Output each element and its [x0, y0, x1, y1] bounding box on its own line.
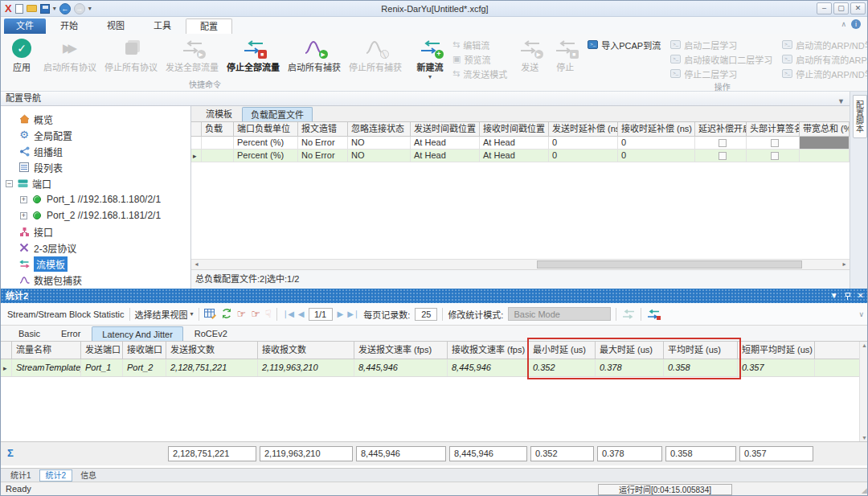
collapse-expander-icon[interactable]: − — [6, 180, 13, 187]
statistics-panel: 统计2 ▼ ✕ Stream/Stream Block Statistic 选择… — [1, 289, 868, 468]
import-pcap-button[interactable]: >_ 导入PCAP到流 — [588, 38, 661, 51]
config-status-line: 总负载配置文件:2|选中:1/2 — [191, 269, 850, 289]
select-result-view-button[interactable]: 选择结果视图▾ — [135, 308, 194, 321]
edit-view-icon[interactable] — [204, 308, 216, 321]
tree-item-ports[interactable]: − 端口 — [1, 175, 190, 191]
start-rx-port-l2-learning-button[interactable]: >_ 启动接收端口二层学习 — [670, 52, 772, 66]
config-tab-stream-template[interactable]: 流模板 — [198, 107, 240, 121]
start-all-protocols-button[interactable]: ▶▶ 启动所有协议 — [39, 35, 100, 75]
ribbon-tab-row: 文件 开始 视图 工具 配置 — [1, 17, 868, 34]
latency-comp-checkbox[interactable] — [719, 152, 727, 160]
vertical-scrollbar[interactable]: ▲ ▼ — [859, 342, 868, 441]
tree-item-global-config[interactable]: ⚙ 全局配置 — [1, 127, 190, 143]
prev-page-icon[interactable]: ◀ — [298, 309, 304, 318]
start-stream-arp-nd-button[interactable]: >_ 启动流的ARP/ND学习 — [782, 38, 868, 51]
panel-dropdown-icon[interactable]: ▼ — [830, 289, 838, 303]
scrollbar-thumb[interactable] — [537, 260, 802, 268]
stats-panel-title: 统计2 — [6, 291, 28, 301]
stats-tab-basic[interactable]: Basic — [9, 326, 50, 341]
stream-send-mode-button[interactable]: ⇆ 流发送模式 — [452, 67, 507, 80]
scroll-right-icon[interactable]: ▸ — [839, 260, 850, 269]
expand-expander-icon[interactable]: + — [20, 212, 27, 219]
refresh-icon[interactable] — [221, 308, 232, 321]
tab-config[interactable]: 配置 — [186, 18, 232, 34]
nav-panel-title: 配置导航 — [6, 93, 41, 103]
header-signature-checkbox[interactable] — [771, 139, 779, 147]
pin-icon[interactable] — [845, 293, 850, 300]
stop-stream-arp-nd-button[interactable]: >_ 停止流的ARP/ND学习 — [782, 67, 868, 80]
stop-l2-learning-button[interactable]: >_ 停止二层学习 — [670, 67, 772, 80]
stream-filter-icon[interactable] — [646, 309, 661, 320]
summary-avg-latency: 0.358 — [665, 446, 736, 461]
resize-grip-icon[interactable]: ◢ — [862, 486, 867, 494]
stats-tab-rocev2[interactable]: RoCEv2 — [185, 326, 237, 341]
help-icon[interactable]: i — [851, 19, 861, 29]
expand-expander-icon[interactable]: + — [20, 196, 27, 203]
stream-mapping-icon[interactable] — [621, 309, 636, 320]
scroll-down-icon[interactable]: ▼ — [862, 435, 867, 441]
tab-start[interactable]: 开始 — [46, 18, 92, 34]
tree-item-overview[interactable]: 概览 — [1, 111, 190, 127]
bottom-tab-stats2[interactable]: 统计2 — [39, 469, 73, 482]
collapse-ribbon-icon[interactable]: ∧ — [841, 20, 846, 28]
start-all-capture-button[interactable]: ▶ 启动所有捕获 — [284, 35, 345, 75]
config-tab-load-profile[interactable]: 负载配置文件 — [242, 107, 313, 121]
send-all-traffic-button[interactable]: ▶ 发送全部流量 — [162, 35, 223, 75]
scroll-left-icon[interactable]: ◂ — [191, 260, 202, 269]
tree-item-packet-capture[interactable]: 数据包捕获 — [1, 272, 190, 288]
per-page-label: 每页记录数: — [363, 308, 410, 321]
stats-tab-latency-jitter[interactable]: Latency And Jitter — [92, 326, 182, 341]
config-table-row-selected[interactable]: ▸ Percent (%) No Error NO At Head At Hea… — [191, 150, 850, 162]
first-page-icon[interactable]: ❘◀ — [282, 309, 293, 318]
bottom-tab-info[interactable]: 信息 — [74, 469, 103, 482]
new-stream-button[interactable]: + 新建流 ▾ — [412, 35, 448, 82]
tab-file[interactable]: 文件 — [4, 18, 46, 34]
minimize-button[interactable]: – — [817, 2, 832, 14]
stop-button[interactable]: ■ 停止 — [547, 35, 583, 75]
stop-all-capture-button[interactable]: ╲ 停止所有捕获 — [345, 35, 406, 75]
per-page-input[interactable]: 25 — [415, 308, 437, 321]
page-indicator: 1/1 — [309, 308, 333, 321]
stats-table-row[interactable]: ▸ StreamTemplate_1 Port_1 Port_2 2,128,7… — [1, 359, 868, 377]
tab-view[interactable]: 视图 — [92, 18, 139, 34]
send-button[interactable]: ▶ 发送 — [512, 35, 547, 75]
tab-tools[interactable]: 工具 — [139, 18, 186, 34]
maximize-button[interactable]: ▢ — [833, 2, 849, 14]
config-table-row[interactable]: Percent (%) No Error NO At Head At Head … — [191, 137, 850, 150]
bottom-tab-stats1[interactable]: 统计1 — [4, 469, 38, 482]
tree-item-port-2[interactable]: + Port_2 //192.168.1.181/2/1 — [1, 207, 190, 223]
close-button[interactable]: ✕ — [850, 2, 866, 14]
horizontal-scrollbar[interactable]: ◂ ▸ — [191, 259, 850, 269]
stop-all-protocols-button[interactable]: 停止所有协议 — [100, 35, 162, 75]
tree-item-interface[interactable]: 接口 — [1, 223, 190, 240]
new-stream-dropdown-icon[interactable]: ▾ — [428, 73, 432, 80]
sum-sigma-icon: Σ — [7, 447, 14, 459]
tree-item-stream-template[interactable]: 流模板 — [1, 256, 190, 272]
side-tab-config-script[interactable]: 配置脚本 — [853, 95, 867, 138]
clear-stats-icon[interactable]: ☞ — [237, 309, 247, 320]
selected-tree-label: 流模板 — [34, 256, 68, 272]
start-l2-learning-button[interactable]: >_ 启动二层学习 — [670, 38, 772, 51]
gear-icon: ⚙ — [18, 130, 30, 140]
start-all-stream-arp-nd-button[interactable]: >_ 启动所有流的ARP/ND学习 — [782, 52, 868, 66]
edit-stream-button[interactable]: ⇆ 编辑流 — [452, 38, 507, 51]
tree-item-l23-protocols[interactable]: 2-3层协议 — [1, 240, 190, 256]
tree-item-multicast-group[interactable]: 组播组 — [1, 143, 190, 159]
panel-close-icon[interactable]: ✕ — [858, 289, 864, 303]
toolbar-overflow-icon[interactable]: ∨ — [858, 310, 864, 318]
stop-all-traffic-button[interactable]: ■ 停止全部流量 — [223, 35, 284, 75]
scroll-up-icon[interactable]: ▲ — [862, 342, 867, 348]
clear-all-stats-icon[interactable]: ☞ — [251, 309, 260, 320]
last-page-icon[interactable]: ▶❘ — [347, 309, 358, 318]
preview-stream-button[interactable]: ▣ 预览流 — [452, 52, 507, 66]
header-signature-checkbox[interactable] — [771, 152, 779, 160]
apply-button[interactable]: ✓ 应用 — [4, 35, 39, 75]
hold-stats-icon[interactable]: ☟ — [265, 309, 272, 320]
port-status-green-icon — [31, 211, 43, 219]
latency-comp-checkbox[interactable] — [719, 139, 727, 147]
stats-tab-error[interactable]: Error — [51, 326, 90, 341]
tree-item-segment-list[interactable]: 段列表 — [1, 159, 190, 175]
tree-item-port-1[interactable]: + Port_1 //192.168.1.180/2/1 — [1, 191, 190, 207]
stats-mode-select[interactable]: Basic Mode — [508, 307, 611, 321]
next-page-icon[interactable]: ▶ — [338, 309, 343, 318]
